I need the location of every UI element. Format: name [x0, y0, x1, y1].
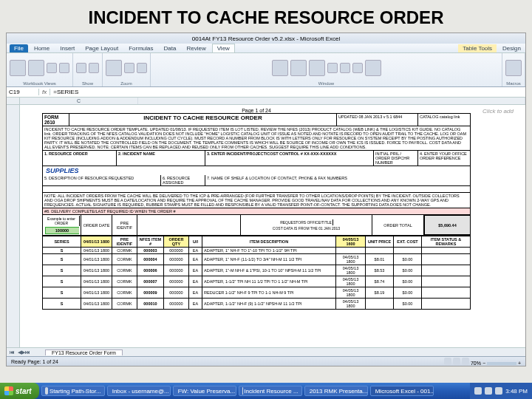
excel-titlebar: 0014At FY13 Resource Order v5.2.xlsx - M…	[7, 33, 525, 44]
zoom-out-icon[interactable]: −	[482, 361, 485, 366]
th-nfes: NFES ITEM #	[137, 236, 164, 248]
hdr-order-date: ORDER DATE	[81, 215, 112, 235]
tab-view[interactable]: View	[212, 44, 235, 52]
col-rest[interactable]	[138, 98, 525, 104]
taskbar-item[interactable]: Incident Resource ...	[239, 386, 302, 396]
th-status: ITEM STATUS & REMARKS	[422, 236, 471, 248]
page-layout-view-icon[interactable]	[453, 358, 460, 365]
col-c[interactable]: C	[20, 98, 138, 104]
note-block-1: INCIDENT TO CACHE RESOURCE ORDER TEMPLAT…	[42, 126, 471, 151]
taskbar: start Starting Path-Stor...Inbox - usern…	[0, 383, 532, 399]
table-row[interactable]: S04/01/13 1800CORMK000009000000EAREDUCER…	[43, 287, 471, 299]
tab-review[interactable]: Review	[182, 44, 210, 52]
lbl-example: Example to enter ORDER	[44, 216, 80, 226]
clock[interactable]: 3:48 PM	[505, 388, 528, 395]
fullscreen-icon[interactable]	[59, 63, 69, 73]
slide-title: INCIDENT TO CACHE RESOURCE ORDER	[0, 0, 532, 33]
zoom-in-icon[interactable]: +	[518, 361, 521, 366]
order-header-top: Example to enter ORDER 100000 ORDER DATE…	[42, 215, 471, 236]
custom-views-icon[interactable]	[47, 63, 57, 73]
catalog-link: CATALOG catalog link	[418, 114, 470, 126]
app-icon	[242, 387, 243, 395]
macros-icon[interactable]	[505, 60, 522, 76]
tab-home[interactable]: Home	[30, 44, 54, 52]
sheet-area[interactable]: Click to add Page 1 of 24 FORM 2610 INCI…	[7, 105, 525, 347]
switch-windows-icon[interactable]	[365, 60, 381, 76]
zoom-icon[interactable]	[106, 60, 122, 76]
normal-view-icon[interactable]	[444, 358, 451, 365]
network-icon[interactable]	[495, 387, 502, 395]
supplies-label: SUPPLIES	[42, 166, 471, 175]
split-icon[interactable]	[327, 63, 338, 73]
th-price: UNIT PRICE	[366, 236, 394, 248]
worksheet-grid[interactable]: Click to add Page 1 of 24 FORM 2610 INCI…	[20, 105, 525, 347]
status-bar: Ready Page: 1 of 24 70% − +	[7, 356, 525, 366]
volume-icon[interactable]	[485, 387, 492, 395]
row-gutter[interactable]	[7, 105, 20, 347]
green-100000: 100000	[45, 227, 79, 234]
table-row[interactable]: S04/01/13 1800CORMK000006000000EAADAPTER…	[43, 265, 471, 276]
table-row[interactable]: S04/01/13 1800CORMK000010000000EAADAPTER…	[43, 299, 471, 310]
arrange-all-icon[interactable]	[290, 60, 307, 76]
select-all-corner[interactable]	[7, 98, 20, 104]
zoom-100-icon[interactable]	[124, 63, 134, 73]
ruler-icon[interactable]	[76, 63, 86, 73]
taskbar-item[interactable]: FW: Value Preserva...	[173, 386, 236, 396]
contextual-group: Table Tools	[458, 44, 497, 52]
start-label: start	[16, 387, 32, 395]
taskbar-item[interactable]: Microsoft Excel - 001...	[370, 386, 434, 396]
page-break-view-icon[interactable]	[462, 358, 469, 365]
page-layout-icon[interactable]	[28, 60, 44, 76]
worksheet-content: Page 1 of 24 FORM 2610 INCIDENT TO CACHE…	[42, 108, 471, 310]
name-box[interactable]: C19	[7, 89, 39, 95]
group-label: Workbook Views	[23, 81, 55, 86]
tab-nav-last-icon[interactable]: ⏭	[25, 349, 30, 355]
table-row[interactable]: S04/01/13 1800CORMK000003000000EAADAPTER…	[43, 248, 471, 254]
tab-pagelayout[interactable]: Page Layout	[81, 44, 123, 52]
order-total: $5,690.44	[424, 215, 470, 235]
taskbar-item[interactable]: Inbox - username@...	[107, 386, 171, 396]
view-side-by-side-icon[interactable]	[352, 63, 363, 73]
pink-note: #8. DELIVERY COMPLETE/LAST REQUIRED ID W…	[42, 208, 471, 215]
sheet-tab-active[interactable]: FY13 Resource Order Form	[45, 349, 123, 355]
tray-icon[interactable]	[474, 387, 482, 395]
tab-data[interactable]: Data	[160, 44, 181, 52]
zoom-selection-icon[interactable]	[137, 63, 147, 73]
ribbon-group-zoom: Zoom	[103, 53, 151, 86]
gridlines-icon[interactable]	[89, 63, 99, 73]
hide-icon[interactable]	[340, 63, 350, 73]
fx-icon[interactable]: fx	[39, 89, 50, 95]
hdr-blank	[137, 215, 241, 235]
hdr-right-a: REQUESTORS OFFICE/TITLE	[279, 219, 333, 225]
app-icon	[45, 387, 48, 395]
form-tag: FORM 2610	[43, 114, 69, 126]
group-label: Zoom	[120, 81, 132, 86]
th-qty: ORDER QTY	[164, 236, 189, 248]
zoom-slider[interactable]	[487, 362, 516, 365]
tab-formulas[interactable]: Formulas	[124, 44, 157, 52]
hdr-pre: PRE IDENTIF	[112, 215, 137, 235]
taskbar-item[interactable]: Starting Path-Stor...	[41, 386, 105, 396]
table-row[interactable]: S04/01/13 1800CORMK000004000000EAADAPTER…	[43, 254, 471, 265]
group-label: Window	[318, 81, 334, 86]
field-3: 3. ENTER INCIDENT/PROJECT/COST CONTROL #…	[205, 151, 374, 166]
taskbar-item[interactable]: 2013 RMK Presenta...	[304, 386, 368, 396]
windows-logo-icon	[4, 386, 13, 395]
order-table: SERIES 04/01/13 1800 PRE IDENTIF NFES IT…	[42, 236, 471, 310]
ribbon-tabs: File Home Insert Page Layout Formulas Da…	[7, 44, 525, 53]
field-6: 6. RESOURCE ASSIGNED	[161, 175, 205, 185]
ribbon-group-views: Workbook Views	[7, 53, 73, 86]
tab-nav-first-icon[interactable]: ⏮	[7, 349, 18, 355]
start-button[interactable]: start	[0, 383, 39, 399]
tab-design[interactable]: Design	[498, 44, 525, 52]
tab-file[interactable]: File	[10, 44, 28, 52]
zoom-level[interactable]: 70%	[471, 361, 481, 366]
th-ui: U/I	[189, 236, 202, 248]
formula-input[interactable]: =SERIES	[50, 89, 525, 95]
normal-view-icon[interactable]	[10, 60, 26, 76]
freeze-panes-icon[interactable]	[309, 60, 325, 76]
new-window-icon[interactable]	[272, 60, 288, 76]
tab-insert[interactable]: Insert	[55, 44, 79, 52]
ribbon-group-window: Window	[151, 53, 502, 86]
table-row[interactable]: S04/01/13 1800CORMK000007000000EAADAPTER…	[43, 276, 471, 287]
